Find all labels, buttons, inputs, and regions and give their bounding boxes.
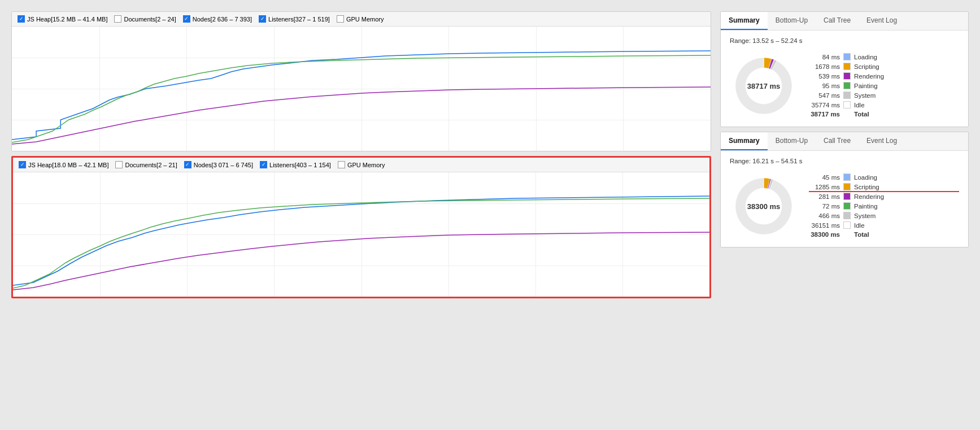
range-label-1: Range: 13.52 s – 52.24 s (730, 37, 959, 44)
legend-checkbox[interactable] (184, 161, 191, 168)
legend-checkbox[interactable] (259, 15, 266, 23)
right-panel: SummaryBottom-UpCall TreeEvent Log Range… (720, 11, 969, 419)
legend-label: Documents[2 – 21] (125, 162, 177, 168)
legend-checkbox[interactable] (115, 161, 123, 168)
stat-value: 38717 ms (809, 111, 840, 118)
stat-color-box (843, 101, 851, 108)
stat-value: 466 ms (809, 212, 840, 219)
stat-label: Painting (854, 82, 878, 89)
stat-value: 281 ms (809, 193, 840, 200)
tab-summary[interactable]: Summary (721, 132, 768, 150)
stat-color-box (843, 63, 851, 70)
legend-item[interactable]: JS Heap[18.0 MB – 42.1 MB] (19, 161, 108, 168)
stat-label: Idle (854, 222, 865, 229)
stat-label: Idle (854, 102, 865, 108)
legend-item[interactable]: Nodes[2 636 – 7 393] (183, 15, 252, 23)
chart-legend-2: JS Heap[18.0 MB – 42.1 MB]Documents[2 – … (13, 158, 709, 172)
tab-event-log[interactable]: Event Log (859, 12, 905, 30)
stats-table-2: 45 msLoading1285 msScripting281 msRender… (809, 172, 959, 239)
stat-value: 36151 ms (809, 222, 840, 229)
legend-label: Nodes[3 071 – 6 745] (194, 162, 253, 168)
stat-label: Rendering (854, 193, 884, 200)
legend-item[interactable]: Listeners[327 – 1 519] (259, 15, 330, 23)
legend-label: JS Heap[15.2 MB – 41.4 MB] (27, 16, 107, 23)
stat-value: 84 ms (809, 54, 840, 60)
stat-color-box (843, 221, 851, 229)
legend-label: Listeners[327 – 1 519] (268, 16, 330, 23)
chart-container-1: JS Heap[15.2 MB – 41.4 MB]Documents[2 – … (11, 11, 711, 151)
legend-checkbox[interactable] (114, 15, 121, 23)
chart-area-2 (13, 172, 709, 297)
legend-item[interactable]: Listeners[403 – 1 154] (260, 161, 331, 168)
tab-call-tree[interactable]: Call Tree (816, 12, 859, 30)
legend-item[interactable]: Nodes[3 071 – 6 745] (184, 161, 253, 168)
legend-label: JS Heap[18.0 MB – 42.1 MB] (28, 162, 108, 168)
stat-row: 466 msSystem (809, 211, 959, 220)
stat-value: 95 ms (809, 82, 840, 89)
chart-container-2: JS Heap[18.0 MB – 42.1 MB]Documents[2 – … (11, 156, 711, 298)
legend-item[interactable]: Documents[2 – 24] (114, 15, 176, 23)
stat-row: 539 msRendering (809, 71, 959, 81)
summary-body-1: 38717 ms 84 msLoading1678 msScripting539… (730, 52, 959, 120)
stat-row: 1678 msScripting (809, 62, 959, 71)
stat-label: Total (854, 231, 869, 238)
chart-area-1 (12, 27, 711, 151)
chart-svg-2 (13, 172, 709, 297)
pie-center-2: 38300 ms (747, 202, 781, 211)
stat-label: System (854, 212, 876, 219)
legend-label: Nodes[2 636 – 7 393] (193, 16, 252, 23)
legend-checkbox[interactable] (19, 161, 26, 168)
range-label-2: Range: 16.21 s – 54.51 s (730, 158, 959, 164)
stat-label: Loading (854, 54, 877, 60)
stat-color-box (843, 173, 851, 181)
stat-row: 1285 msScripting (809, 182, 959, 192)
stat-value: 38300 ms (809, 231, 840, 238)
stat-value: 72 ms (809, 203, 840, 210)
legend-checkbox[interactable] (18, 15, 25, 23)
stat-color-box (843, 72, 851, 80)
pie-chart-1: 38717 ms (730, 52, 798, 120)
tab-bar-2: SummaryBottom-UpCall TreeEvent Log (721, 132, 968, 151)
tab-bottom-up[interactable]: Bottom-Up (768, 12, 816, 30)
stat-row: 36151 msIdle (809, 220, 959, 230)
tab-call-tree[interactable]: Call Tree (816, 132, 859, 150)
legend-checkbox[interactable] (183, 15, 190, 23)
stat-color-box (843, 202, 851, 210)
legend-item[interactable]: JS Heap[15.2 MB – 41.4 MB] (18, 15, 107, 23)
summary-body-2: 38300 ms 45 msLoading1285 msScripting281… (730, 172, 959, 240)
legend-checkbox[interactable] (260, 161, 267, 168)
perf-panel-2: SummaryBottom-UpCall TreeEvent Log Range… (720, 132, 969, 247)
stat-color-box (843, 183, 851, 190)
stat-color-box (843, 53, 851, 60)
stat-label: Loading (854, 174, 877, 181)
legend-label: GPU Memory (347, 162, 385, 168)
tab-bar-1: SummaryBottom-UpCall TreeEvent Log (721, 12, 968, 31)
stat-row: 35774 msIdle (809, 100, 959, 110)
legend-item[interactable]: GPU Memory (338, 161, 385, 168)
stat-row: 95 msPainting (809, 81, 959, 90)
legend-checkbox[interactable] (337, 15, 344, 23)
panel-content-2: Range: 16.21 s – 54.51 s 38300 ms 45 msL… (721, 151, 968, 247)
legend-item[interactable]: GPU Memory (337, 15, 384, 23)
stat-label: System (854, 92, 876, 99)
pie-chart-2: 38300 ms (730, 172, 798, 240)
stat-row: 38717 msTotal (809, 110, 959, 119)
stat-value: 1678 ms (809, 63, 840, 70)
panel-content-1: Range: 13.52 s – 52.24 s 38717 ms 84 msL… (721, 31, 968, 127)
legend-label: GPU Memory (346, 16, 384, 23)
stat-row: 45 msLoading (809, 172, 959, 182)
pie-center-1: 38717 ms (747, 82, 781, 90)
tab-bottom-up[interactable]: Bottom-Up (768, 132, 816, 150)
stat-color-box (843, 82, 851, 89)
stats-table-1: 84 msLoading1678 msScripting539 msRender… (809, 52, 959, 119)
chart-svg-1 (12, 27, 711, 151)
legend-item[interactable]: Documents[2 – 21] (115, 161, 177, 168)
tab-summary[interactable]: Summary (721, 12, 768, 30)
legend-label: Listeners[403 – 1 154] (269, 162, 331, 168)
chart-legend-1: JS Heap[15.2 MB – 41.4 MB]Documents[2 – … (12, 12, 711, 27)
stat-row: 38300 msTotal (809, 230, 959, 239)
legend-checkbox[interactable] (338, 161, 345, 168)
tab-event-log[interactable]: Event Log (859, 132, 905, 150)
stat-value: 539 ms (809, 73, 840, 80)
stat-color-box (843, 92, 851, 99)
